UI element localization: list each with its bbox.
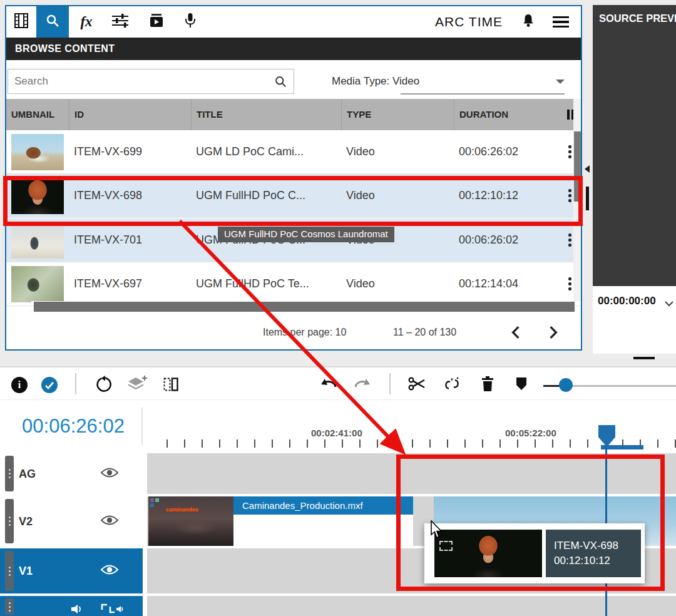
pagination-range-label: 11 – 20 of 130: [393, 327, 456, 338]
annotation-box-source-row: [3, 176, 583, 226]
search-tab-button[interactable]: [36, 6, 69, 38]
search-input-icon[interactable]: [274, 75, 287, 91]
playhead-bar: [601, 445, 643, 449]
row-type: Video: [341, 145, 454, 158]
menu-button[interactable]: [547, 6, 575, 38]
search-field: [8, 69, 294, 94]
app-title: ARC TIME: [422, 6, 516, 38]
voiceover-button[interactable]: [178, 6, 203, 38]
table-row[interactable]: ITEM-VX-699 UGM LD PoC Cami... Video 00:…: [6, 130, 581, 174]
info-icon[interactable]: i: [11, 377, 28, 393]
drag-handle-icon[interactable]: [5, 499, 14, 543]
eye-icon[interactable]: [100, 564, 119, 578]
source-preview-panel: SOURCE PREVIEW: [593, 5, 676, 286]
adjust-icon: [111, 13, 130, 31]
split-view-icon[interactable]: [163, 377, 179, 394]
drag-handle-icon[interactable]: [5, 598, 14, 615]
panel-resize-handle[interactable]: [633, 357, 655, 359]
column-id[interactable]: ID: [69, 99, 191, 130]
track-label: V1: [19, 565, 33, 578]
drag-handle-icon[interactable]: [5, 456, 14, 491]
row-duration: 00:06:26:02: [454, 234, 559, 247]
table-header: UMBNAIL ID TITLE TYPE DURATION: [6, 99, 581, 130]
timeline-toolbar: i: [0, 367, 676, 400]
unlink-icon[interactable]: [443, 376, 461, 395]
clip-thumbnail-text: caminandes: [166, 506, 198, 513]
add-layer-icon[interactable]: [126, 374, 148, 396]
check-circle-icon[interactable]: [41, 377, 58, 393]
panel-scrollbar-thumb[interactable]: [586, 187, 589, 210]
row-tooltip: UGM FullHD PoC Cosmos Laundromat: [218, 227, 394, 242]
eye-icon[interactable]: [100, 515, 119, 528]
adjust-button[interactable]: [106, 6, 134, 38]
media-library-button[interactable]: [6, 6, 36, 38]
track-header-ag[interactable]: AG: [0, 453, 143, 494]
source-timecode[interactable]: 00:00:00:00: [598, 295, 656, 307]
ruler-label: 00:05:22:00: [505, 428, 556, 438]
zoom-slider-fill: [543, 385, 561, 387]
track-header-audio[interactable]: [0, 596, 143, 616]
browse-toolbar: fx ARC TIME: [6, 6, 581, 38]
timeline-clip[interactable]: Caminandes_Production.mxf: [233, 496, 413, 515]
table-row[interactable]: ITEM-VX-697 UGM FullHD PoC Te... Video 0…: [6, 262, 581, 306]
fx-icon: fx: [80, 14, 92, 30]
microphone-icon: [183, 12, 197, 32]
effects-button[interactable]: fx: [74, 6, 99, 38]
menu-icon: [553, 16, 569, 28]
export-icon: [148, 13, 165, 31]
track-header-v1[interactable]: V1: [0, 548, 143, 593]
clip-thumbnail[interactable]: caminandes: [148, 496, 233, 546]
media-type-select[interactable]: Media Type: Video: [332, 69, 576, 94]
column-type[interactable]: TYPE: [341, 99, 454, 130]
source-preview-footer: 00:00:00:00: [593, 286, 676, 354]
track-lane-audio[interactable]: [147, 596, 676, 616]
row-id: ITEM-VX-699: [69, 145, 191, 158]
audio-monitor-icon[interactable]: [100, 603, 125, 616]
timeline-ruler[interactable]: [150, 439, 676, 448]
toolbar-divider: [389, 373, 391, 394]
clip-body[interactable]: [233, 515, 413, 546]
column-title[interactable]: TITLE: [191, 99, 341, 130]
search-input[interactable]: [14, 69, 265, 93]
row-id: ITEM-VX-701: [69, 234, 191, 247]
delete-icon[interactable]: [481, 376, 494, 394]
row-type: Video: [341, 277, 454, 290]
notifications-button[interactable]: [516, 6, 541, 38]
zoom-slider-thumb[interactable]: [559, 378, 573, 392]
speaker-icon[interactable]: [70, 603, 85, 616]
chevron-left-icon[interactable]: [511, 326, 521, 342]
collapse-panel-icon[interactable]: [585, 165, 590, 173]
column-thumbnail[interactable]: UMBNAIL: [6, 99, 69, 130]
chevron-down-icon[interactable]: [556, 80, 565, 84]
row-thumbnail: [11, 222, 64, 259]
items-per-page-label: Items per page: 10: [263, 327, 346, 338]
undo-icon[interactable]: [319, 376, 338, 395]
drag-handle-icon[interactable]: [5, 551, 14, 591]
export-button[interactable]: [143, 6, 170, 38]
marker-icon[interactable]: [516, 377, 527, 393]
cut-icon[interactable]: [408, 376, 426, 394]
browse-content-title: BROWSE CONTENT: [15, 43, 115, 54]
chevron-right-icon[interactable]: [548, 326, 558, 342]
source-preview-title: SOURCE PREVIEW: [599, 13, 676, 24]
column-duration[interactable]: DURATION: [454, 99, 559, 130]
row-id: ITEM-VX-697: [69, 277, 191, 290]
track-header-v2[interactable]: V2: [0, 496, 143, 546]
app-root: fx ARC TIME: [0, 0, 676, 616]
drag-indicator-box: [439, 541, 453, 551]
redo-icon[interactable]: [353, 376, 372, 395]
cursor-arrow: [431, 520, 444, 542]
chevron-down-icon[interactable]: [664, 298, 674, 309]
track-label: V2: [19, 515, 33, 528]
track-label: AG: [19, 467, 36, 480]
film-strip-icon: [13, 13, 29, 31]
timeline-timecode[interactable]: 00:06:26:02: [5, 408, 143, 445]
eye-icon[interactable]: [100, 467, 119, 481]
ruler-label: 00:02:41:00: [311, 428, 362, 438]
media-type-underline: [401, 93, 565, 95]
browse-content-header: BROWSE CONTENT: [6, 38, 581, 60]
bell-icon: [521, 13, 535, 31]
table-horizontal-scrollbar-thumb[interactable]: [34, 302, 575, 312]
toolbar-divider: [75, 373, 76, 394]
reset-icon[interactable]: [95, 376, 113, 396]
